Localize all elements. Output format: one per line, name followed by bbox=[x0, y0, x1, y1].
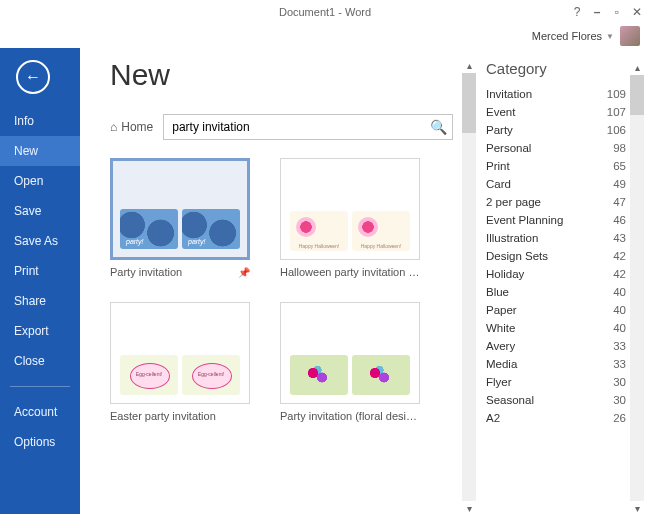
back-button[interactable]: ← bbox=[16, 60, 50, 94]
sidebar-item-share[interactable]: Share bbox=[0, 286, 80, 316]
user-name[interactable]: Merced Flores bbox=[532, 30, 602, 42]
category-count: 40 bbox=[613, 322, 626, 334]
category-row[interactable]: Blue40 bbox=[486, 283, 628, 301]
category-name: Event Planning bbox=[486, 214, 563, 226]
category-row[interactable]: Event107 bbox=[486, 103, 628, 121]
category-row[interactable]: Holiday42 bbox=[486, 265, 628, 283]
template-thumbnail bbox=[280, 302, 420, 404]
template-name: Easter party invitation bbox=[110, 410, 216, 422]
category-row[interactable]: Design Sets42 bbox=[486, 247, 628, 265]
category-count: 33 bbox=[613, 358, 626, 370]
template-name: Halloween party invitation (2 per page) bbox=[280, 266, 420, 278]
sidebar-item-print[interactable]: Print bbox=[0, 256, 80, 286]
sidebar-item-close[interactable]: Close bbox=[0, 346, 80, 376]
category-list: Invitation109Event107Party106Personal98P… bbox=[486, 85, 628, 427]
category-row[interactable]: White40 bbox=[486, 319, 628, 337]
help-icon[interactable]: ? bbox=[570, 5, 584, 19]
search-input[interactable] bbox=[164, 115, 424, 139]
category-count: 33 bbox=[613, 340, 626, 352]
category-count: 47 bbox=[613, 196, 626, 208]
sidebar-item-save[interactable]: Save bbox=[0, 196, 80, 226]
category-name: A2 bbox=[486, 412, 500, 424]
user-avatar[interactable] bbox=[620, 26, 640, 46]
scroll-track[interactable] bbox=[462, 73, 476, 501]
templates-scrollbar[interactable]: ▴ ▾ bbox=[460, 58, 478, 514]
category-row[interactable]: Illustration43 bbox=[486, 229, 628, 247]
category-name: Print bbox=[486, 160, 510, 172]
scroll-up-icon[interactable]: ▴ bbox=[467, 60, 472, 71]
sidebar-item-open[interactable]: Open bbox=[0, 166, 80, 196]
sidebar-item-info[interactable]: Info bbox=[0, 106, 80, 136]
user-menu-caret-icon[interactable]: ▼ bbox=[606, 32, 614, 41]
user-bar: Merced Flores ▼ bbox=[0, 24, 650, 48]
template-name: Party invitation bbox=[110, 266, 182, 278]
category-count: 107 bbox=[607, 106, 626, 118]
category-row[interactable]: Card49 bbox=[486, 175, 628, 193]
category-name: Event bbox=[486, 106, 515, 118]
category-row[interactable]: Print65 bbox=[486, 157, 628, 175]
category-row[interactable]: Seasonal30 bbox=[486, 391, 628, 409]
close-icon[interactable]: ✕ bbox=[630, 5, 644, 19]
category-row[interactable]: Party106 bbox=[486, 121, 628, 139]
breadcrumb-home[interactable]: ⌂ Home bbox=[110, 120, 153, 134]
template-grid: Party invitation📌Halloween party invitat… bbox=[110, 158, 460, 422]
template-item[interactable]: Party invitation (floral design) bbox=[280, 302, 420, 422]
pin-icon[interactable]: 📌 bbox=[238, 267, 250, 278]
sidebar-separator bbox=[10, 386, 70, 387]
template-item[interactable]: Party invitation📌 bbox=[110, 158, 250, 278]
category-row[interactable]: Media33 bbox=[486, 355, 628, 373]
category-scrollbar[interactable]: ▴ ▾ bbox=[628, 60, 646, 514]
template-name: Party invitation (floral design) bbox=[280, 410, 420, 422]
category-name: Invitation bbox=[486, 88, 532, 100]
category-row[interactable]: Flyer30 bbox=[486, 373, 628, 391]
category-count: 30 bbox=[613, 394, 626, 406]
scroll-up-icon[interactable]: ▴ bbox=[635, 62, 640, 73]
category-row[interactable]: Paper40 bbox=[486, 301, 628, 319]
template-card-preview bbox=[352, 355, 410, 395]
home-icon: ⌂ bbox=[110, 120, 117, 134]
scroll-thumb[interactable] bbox=[630, 75, 644, 115]
template-item[interactable]: Easter party invitation bbox=[110, 302, 250, 422]
sidebar-item-export[interactable]: Export bbox=[0, 316, 80, 346]
template-item[interactable]: Halloween party invitation (2 per page) bbox=[280, 158, 420, 278]
scroll-down-icon[interactable]: ▾ bbox=[635, 503, 640, 514]
backstage-sidebar: ← InfoNewOpenSaveSave AsPrintShareExport… bbox=[0, 48, 80, 514]
template-card-preview bbox=[182, 355, 240, 395]
sidebar-item-save-as[interactable]: Save As bbox=[0, 226, 80, 256]
search-button[interactable]: 🔍 bbox=[424, 119, 452, 135]
category-name: Seasonal bbox=[486, 394, 534, 406]
category-row[interactable]: Personal98 bbox=[486, 139, 628, 157]
minimize-icon[interactable]: – bbox=[590, 5, 604, 19]
category-row[interactable]: 2 per page47 bbox=[486, 193, 628, 211]
category-row[interactable]: Event Planning46 bbox=[486, 211, 628, 229]
sidebar-item-options[interactable]: Options bbox=[0, 427, 80, 457]
category-row[interactable]: Avery33 bbox=[486, 337, 628, 355]
category-row[interactable]: A226 bbox=[486, 409, 628, 427]
template-search-box: 🔍 bbox=[163, 114, 453, 140]
category-name: Illustration bbox=[486, 232, 538, 244]
category-name: Design Sets bbox=[486, 250, 548, 262]
restore-icon[interactable]: ▫ bbox=[610, 5, 624, 19]
category-count: 40 bbox=[613, 286, 626, 298]
template-card-preview bbox=[290, 355, 348, 395]
template-card-preview bbox=[120, 209, 178, 249]
template-card-preview bbox=[182, 209, 240, 249]
template-label: Easter party invitation bbox=[110, 410, 250, 422]
search-icon: 🔍 bbox=[430, 119, 447, 135]
scroll-track[interactable] bbox=[630, 75, 644, 501]
category-count: 42 bbox=[613, 250, 626, 262]
category-count: 98 bbox=[613, 142, 626, 154]
template-label: Party invitation (floral design) bbox=[280, 410, 420, 422]
sidebar-item-new[interactable]: New bbox=[0, 136, 80, 166]
scroll-down-icon[interactable]: ▾ bbox=[467, 503, 472, 514]
category-name: 2 per page bbox=[486, 196, 541, 208]
window-titlebar: Document1 - Word ? – ▫ ✕ bbox=[0, 0, 650, 24]
scroll-thumb[interactable] bbox=[462, 73, 476, 133]
category-name: Party bbox=[486, 124, 513, 136]
category-count: 109 bbox=[607, 88, 626, 100]
page-title: New bbox=[110, 58, 460, 92]
breadcrumb-home-label: Home bbox=[121, 120, 153, 134]
sidebar-item-account[interactable]: Account bbox=[0, 397, 80, 427]
template-label: Halloween party invitation (2 per page) bbox=[280, 266, 420, 278]
category-row[interactable]: Invitation109 bbox=[486, 85, 628, 103]
